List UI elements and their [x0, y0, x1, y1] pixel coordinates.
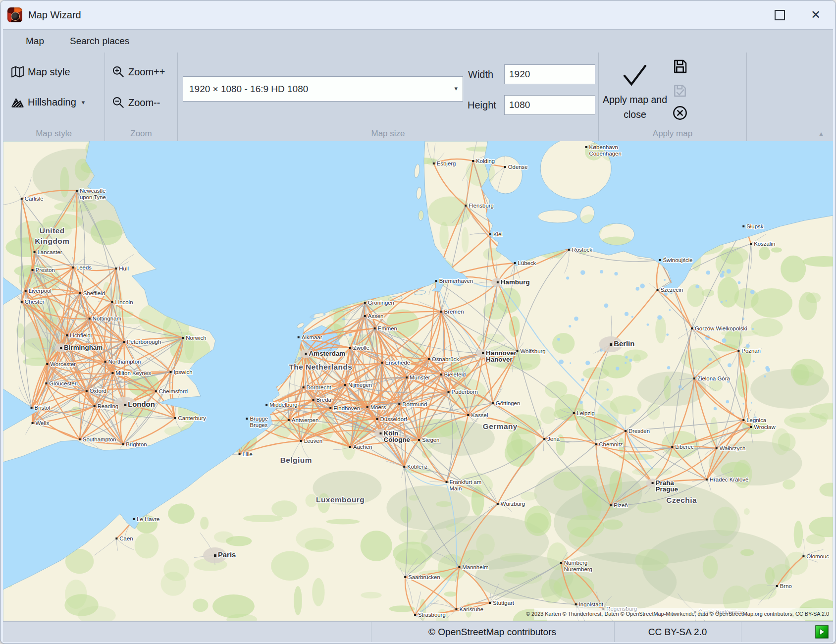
city-label: Liberec	[675, 444, 694, 450]
lake	[709, 358, 712, 361]
maximize-icon[interactable]	[775, 10, 785, 20]
city-marker	[742, 419, 744, 421]
city-label: Ingolstadt	[579, 601, 604, 607]
cancel-button[interactable]	[672, 105, 688, 121]
greenery	[271, 500, 297, 517]
city-label: Karlsruhe	[459, 606, 483, 612]
group-apply-map: Apply map and close	[599, 53, 747, 141]
lake	[616, 367, 619, 370]
greenery	[500, 553, 531, 562]
lake	[574, 317, 578, 321]
city-marker	[737, 350, 739, 352]
lake	[738, 281, 741, 284]
city-marker	[585, 146, 587, 148]
city-marker	[349, 446, 351, 448]
lake	[764, 375, 766, 377]
city-label: Leeds	[76, 265, 92, 270]
city-label: Bielefeld	[444, 372, 466, 377]
city-label: Kolding	[476, 158, 495, 164]
map-size-preset-select[interactable]: 1920 × 1080 - 16:9 HD 1080 ▾	[183, 76, 463, 102]
width-field[interactable]	[504, 64, 595, 84]
greenery	[399, 530, 428, 544]
hillshading-button[interactable]: Hillshading ▾	[11, 96, 85, 108]
city-label: Oxford	[90, 388, 106, 394]
city-marker	[448, 391, 450, 393]
city-marker	[94, 405, 96, 407]
close-icon[interactable]: ✕	[811, 9, 821, 21]
green-arrow-grip-icon[interactable]	[815, 625, 829, 639]
city-marker	[21, 198, 23, 200]
city-label: Koszalin	[754, 241, 775, 247]
map-viewport[interactable]: CarlisleNewcastleupon TyneLancasterPrest…	[3, 141, 833, 621]
city-marker	[472, 160, 474, 162]
city-marker	[89, 318, 91, 320]
menu-bar: Map Search places	[3, 30, 833, 53]
city-label: Chelmsford	[159, 388, 188, 394]
map-style-button[interactable]: Map style	[11, 65, 70, 78]
lake	[657, 315, 662, 320]
city-label: Kiel	[493, 231, 503, 237]
city-marker	[374, 327, 376, 329]
lake	[629, 359, 632, 362]
greenery	[703, 555, 718, 579]
city-label: Prague	[656, 485, 679, 493]
city-label: Paris	[218, 550, 236, 559]
title-bar: Map Wizard ✕	[0, 0, 836, 29]
ribbon: Map Search places Map style	[3, 29, 833, 141]
lake	[581, 378, 584, 381]
magnifier-minus-icon	[112, 96, 125, 109]
ribbon-collapse-icon[interactable]: ▲	[818, 130, 824, 137]
city-marker	[366, 406, 368, 408]
lake	[722, 270, 725, 273]
city-label: Wolfsburg	[521, 348, 546, 354]
zoom-out-button[interactable]: Zoom--	[112, 96, 160, 109]
city-marker	[313, 399, 314, 401]
city-label: Hanover	[486, 356, 513, 363]
greenery	[393, 541, 433, 565]
city-label: Göttingen	[496, 400, 520, 406]
greenery	[759, 247, 770, 260]
city-label: London	[128, 400, 155, 408]
window-title: Map Wizard	[28, 9, 81, 21]
city-label: Aachen	[353, 444, 372, 450]
city-marker	[455, 608, 457, 610]
tab-search-places[interactable]: Search places	[70, 36, 129, 47]
greenery	[794, 521, 803, 548]
lake	[631, 316, 633, 318]
lake	[585, 361, 590, 365]
city-marker	[111, 301, 113, 303]
greenery	[326, 519, 360, 525]
city-marker	[155, 390, 157, 392]
city-marker	[182, 337, 184, 339]
zoom-in-button[interactable]: Zoom++	[112, 65, 165, 78]
city-label: Eindhoven	[333, 405, 360, 411]
height-field[interactable]	[504, 95, 595, 115]
city-label: Olomouc	[806, 553, 829, 559]
city-label: Nijmegen	[348, 382, 372, 388]
city-label: Siegen	[422, 437, 439, 443]
lake	[557, 338, 560, 341]
city-label: Brighton	[126, 441, 147, 447]
city-marker	[79, 438, 81, 440]
tab-map[interactable]: Map	[26, 36, 44, 47]
group-label-map-style: Map style	[3, 129, 104, 139]
city-label: Dresden	[628, 428, 650, 434]
save-confirm-button[interactable]	[672, 82, 688, 98]
city-label: Enschede	[385, 360, 410, 366]
country-label: Belgium	[280, 456, 312, 464]
city-label: Antwerpen	[292, 417, 318, 423]
city-marker	[170, 371, 172, 373]
lake	[752, 328, 754, 330]
greenery	[687, 284, 704, 307]
city-marker	[288, 419, 290, 421]
map-size-preset-value: 1920 × 1080 - 16:9 HD 1080	[189, 84, 308, 95]
city-label: Leipzig	[577, 410, 595, 416]
city-label: Newcastle	[80, 188, 106, 194]
greenery	[718, 277, 739, 308]
city-marker	[246, 418, 248, 420]
apply-map-button[interactable]	[621, 62, 648, 89]
city-marker	[776, 585, 778, 587]
city-marker	[446, 481, 448, 483]
city-label: Brno	[780, 583, 792, 589]
save-map-button[interactable]	[672, 58, 688, 74]
